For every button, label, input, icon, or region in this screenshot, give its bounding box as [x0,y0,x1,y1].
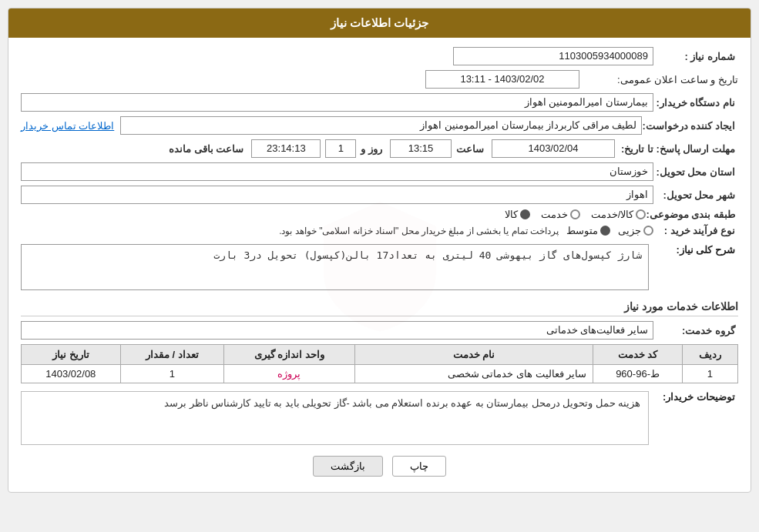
dastgah-label: نام دستگاه خریدار: [653,97,738,109]
th-tedad: تعداد / مقدار [120,345,224,365]
radio-kala-khedmat-circle [636,209,646,219]
radio-motavaset-circle [600,226,610,236]
date-row: 1403/02/04 ساعت 13:15 روز و 1 23:14:13 س… [21,139,615,158]
radio-khedmat: خدمت [541,209,580,220]
sharh-label: شرح کلی نیاز: [653,244,738,256]
sharh-value[interactable] [21,244,649,290]
header-title: جزئیات اطلاعات نیاز [331,16,428,29]
th-nam: نام خدمت [354,345,593,365]
radio-kala-label: کالا [505,209,518,220]
th-kod: کد خدمت [593,345,683,365]
grooh-label: گروه خدمت: [653,325,738,336]
tozihat-row: توضیحات خریدار: هزینه حمل وتحویل درمحل ب… [21,391,738,445]
radio-kala: کالا [505,209,530,220]
day-count: 1 [325,139,356,158]
dastgah-value: بیمارستان امیرالمومنین اهواز [21,93,653,112]
rooz-label: روز و [361,143,382,155]
dastgah-value-wrap: بیمارستان امیرالمومنین اهواز [21,93,653,112]
tabaqe-label: طبقه بندی موضوعی: [646,209,738,220]
main-card: جزئیات اطلاعات نیاز TENDER شماره نیاز : … [8,8,751,493]
radio-jozyi-label: جزیی [618,225,641,236]
saat-label-static: ساعت [456,143,484,155]
grooh-value-wrap: سایر فعالیت‌های خدماتی [21,321,653,340]
contact-link[interactable]: اطلاعات تماس خریدار [21,120,114,132]
shahr-label: شهر محل تحویل: [653,189,738,201]
th-radif: ردیف [682,345,737,365]
radio-kala-khedmat-label: کالا/خدمت [591,209,634,220]
shomara-value: 1103005934000089 [453,47,653,65]
tabaqe-row: طبقه بندی موضوعی: کالا/خدمت خدمت کالا [21,209,738,220]
elan-row: تاریخ و ساعت اعلان عمومی: 1403/02/02 - 1… [21,70,738,89]
ijad-row: ایجاد کننده درخواست: لطیف مراقی کاربرداز… [21,116,738,135]
elan-label: تاریخ و ساعت اعلان عمومی: [584,74,738,85]
mohlat-label: مهلت ارسال پاسخ: تا تاریخ: [615,143,738,155]
table-header-row: ردیف کد خدمت نام خدمت واحد اندازه گیری ت… [22,345,738,365]
ijad-label: ایجاد کننده درخواست: [642,120,738,132]
ijad-value-wrap: لطیف مراقی کاربرداز بیمارستان امیرالمومن… [21,116,642,135]
table-row: 1ط-96-960سایر فعالیت های خدماتی شخصیپروژ… [22,365,738,383]
tozihat-value: هزینه حمل وتحویل درمحل بیمارستان به عهده… [21,391,649,445]
print-button[interactable]: چاپ [392,456,446,477]
shahr-value: اهواز [21,186,653,204]
shahr-value-wrap: اهواز [21,186,653,204]
mohlat-row: مهلت ارسال پاسخ: تا تاریخ: 1403/02/04 سا… [21,139,738,158]
services-section-title: اطلاعات خدمات مورد نیاز [21,300,738,316]
radio-kala-khedmat: کالا/خدمت [591,209,646,220]
elan-value: 1403/02/02 - 13:11 [425,70,579,89]
sharh-row: شرح کلی نیاز: [21,244,738,293]
radio-jozyi: جزیی [618,225,653,236]
btn-row: چاپ بازگشت [21,456,738,477]
ostan-value-wrap: خوزستان [21,162,653,181]
page-wrapper: جزئیات اطلاعات نیاز TENDER شماره نیاز : … [0,0,759,532]
card-body: TENDER شماره نیاز : 1103005934000089 تار… [8,38,751,492]
mohlat-value-wrap: 1403/02/04 ساعت 13:15 روز و 1 23:14:13 س… [21,139,615,158]
farayand-label: نوع فرآیند خرید : [653,225,738,236]
shomara-row: شماره نیاز : 1103005934000089 [21,47,738,65]
farayand-row: نوع فرآیند خرید : جزیی متوسط پرداخت تمام… [21,225,738,236]
shomara-label: شماره نیاز : [653,51,738,62]
shahr-row: شهر محل تحویل: اهواز [21,186,738,204]
tabaqe-options: کالا/خدمت خدمت کالا [21,209,646,220]
remaining-time: 23:14:13 [251,139,321,158]
time-main: 13:15 [390,139,452,158]
th-vahed: واحد اندازه گیری [224,345,355,365]
radio-khedmat-label: خدمت [541,209,568,220]
date-main: 1403/02/04 [492,139,615,158]
farayand-options-inner: جزیی متوسط پرداخت تمام یا بخشی از مبلغ خ… [21,225,653,236]
back-button[interactable]: بازگشت [313,456,383,477]
ostan-row: استان محل تحویل: خوزستان [21,162,738,181]
saat-baghi-label: ساعت باقی مانده [169,143,243,155]
dastgah-row: نام دستگاه خریدار: بیمارستان امیرالمومنی… [21,93,738,112]
radio-motavaset-label: متوسط [566,225,598,236]
shomara-value-wrap: 1103005934000089 [21,47,653,65]
grooh-row: گروه خدمت: سایر فعالیت‌های خدماتی [21,321,738,340]
radio-khedmat-circle [570,209,580,219]
radio-motavaset: متوسط [566,225,610,236]
farayand-options: جزیی متوسط پرداخت تمام یا بخشی از مبلغ خ… [21,225,653,236]
th-tarikh: تاریخ نیاز [22,345,121,365]
pardakht-note: پرداخت تمام یا بخشی از مبلغ خریدار محل "… [279,226,559,236]
tozihat-label: توضیحات خریدار: [653,391,738,403]
ostan-label: استان محل تحویل: [653,166,738,178]
services-table: ردیف کد خدمت نام خدمت واحد اندازه گیری ت… [21,344,738,383]
tozihat-value-wrap: هزینه حمل وتحویل درمحل بیمارستان به عهده… [21,391,649,445]
ijad-value: لطیف مراقی کاربرداز بیمارستان امیرالمومن… [120,116,642,135]
radio-jozyi-circle [643,226,653,236]
sharh-value-wrap [21,244,649,293]
ostan-value: خوزستان [21,162,653,181]
card-header: جزئیات اطلاعات نیاز [8,8,751,38]
radio-kala-circle [520,209,530,219]
grooh-value: سایر فعالیت‌های خدماتی [21,321,653,340]
